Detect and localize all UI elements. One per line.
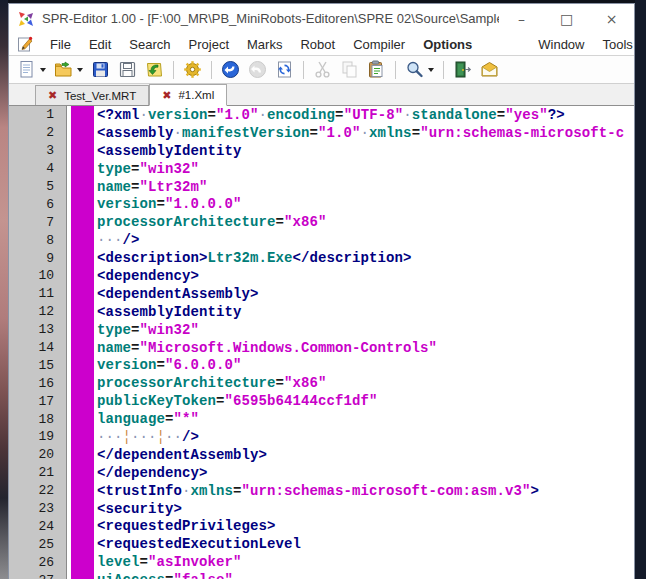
menu-help[interactable]: Help bbox=[642, 33, 646, 55]
close-button[interactable]: × bbox=[589, 4, 634, 33]
app-window: SPR-Editor 1.00 - [F:\00_MR\PB_MiniRobot… bbox=[8, 3, 635, 579]
open-file-button[interactable] bbox=[51, 58, 86, 81]
menu-file[interactable]: File bbox=[41, 33, 80, 55]
change-bar-icon bbox=[71, 517, 94, 535]
line-number: 9 bbox=[9, 249, 67, 267]
code-text[interactable]: <security> bbox=[97, 501, 182, 517]
change-bar-icon bbox=[71, 303, 94, 321]
code-line: 27uiAccess="false" bbox=[9, 571, 634, 579]
dropdown-caret-icon[interactable] bbox=[40, 68, 46, 72]
code-line: 4type="win32" bbox=[9, 160, 634, 178]
change-bar-icon bbox=[71, 553, 94, 571]
code-line: 22<trustInfo·xmlns="urn:schemas-microsof… bbox=[9, 482, 634, 500]
tab-close-icon[interactable]: ✖ bbox=[162, 89, 171, 102]
tab-test_ver.mrt[interactable]: ✖Test_Ver.MRT bbox=[35, 85, 149, 105]
compile-button[interactable] bbox=[180, 58, 205, 81]
title-bar[interactable]: SPR-Editor 1.00 - [F:\00_MR\PB_MiniRobot… bbox=[9, 4, 634, 33]
line-number: 13 bbox=[9, 321, 67, 339]
change-bar-icon bbox=[71, 410, 94, 428]
tab-close-icon[interactable]: ✖ bbox=[48, 89, 57, 102]
code-text[interactable]: processorArchitecture="x86" bbox=[97, 375, 327, 391]
change-bar-icon bbox=[71, 374, 94, 392]
tab-#1.xml[interactable]: ✖#1.Xml bbox=[149, 84, 227, 106]
line-number: 25 bbox=[9, 535, 67, 553]
code-text[interactable]: name="Microsoft.Windows.Common-Controls" bbox=[97, 340, 437, 356]
desktop-background-left bbox=[0, 0, 8, 579]
code-text[interactable]: version="6.0.0.0" bbox=[97, 357, 242, 373]
maximize-button[interactable]: □ bbox=[544, 4, 589, 33]
mail-button[interactable] bbox=[477, 58, 502, 81]
menu-search[interactable]: Search bbox=[120, 33, 179, 55]
line-number: 22 bbox=[9, 482, 67, 500]
code-text[interactable]: <assemblyIdentity bbox=[97, 143, 242, 159]
code-text[interactable]: ···/> bbox=[97, 232, 140, 248]
code-text[interactable]: <description>Ltr32m.Exe</description> bbox=[97, 250, 412, 266]
code-text[interactable]: name="Ltr32m" bbox=[97, 179, 208, 195]
menu-robot[interactable]: Robot bbox=[291, 33, 344, 55]
line-number: 23 bbox=[9, 500, 67, 518]
menu-tools[interactable]: Tools bbox=[594, 33, 642, 55]
code-text[interactable]: <requestedPrivileges> bbox=[97, 518, 276, 534]
exit-button[interactable] bbox=[450, 58, 475, 81]
line-number: 12 bbox=[9, 303, 67, 321]
code-text[interactable]: type="win32" bbox=[97, 161, 199, 177]
change-bar-icon bbox=[71, 339, 94, 357]
menu-edit[interactable]: Edit bbox=[80, 33, 120, 55]
menu-marks[interactable]: Marks bbox=[238, 33, 291, 55]
search-icon bbox=[405, 60, 424, 79]
code-text[interactable]: type="win32" bbox=[97, 322, 199, 338]
refresh-button[interactable] bbox=[272, 58, 297, 81]
code-text[interactable]: <dependentAssembly> bbox=[97, 286, 259, 302]
code-line: 2<assembly·manifestVersion="1.0"·xmlns="… bbox=[9, 124, 634, 142]
menu-compiler[interactable]: Compiler bbox=[344, 33, 414, 55]
code-text[interactable]: <trustInfo·xmlns="urn:schemas-microsoft-… bbox=[97, 483, 539, 499]
paste-button[interactable] bbox=[364, 58, 389, 81]
line-number: 3 bbox=[9, 142, 67, 160]
code-line: 6version="1.0.0.0" bbox=[9, 195, 634, 213]
save-as-button[interactable] bbox=[115, 58, 140, 81]
code-area[interactable]: 1<?xml·version="1.0"·encoding="UTF-8"·st… bbox=[9, 106, 634, 579]
code-text[interactable]: uiAccess="false" bbox=[97, 572, 233, 579]
line-number: 5 bbox=[9, 178, 67, 196]
line-number: 17 bbox=[9, 392, 67, 410]
code-text[interactable]: <requestedExecutionLevel bbox=[97, 536, 301, 552]
code-text[interactable]: <?xml·version="1.0"·encoding="UTF-8"·sta… bbox=[97, 107, 565, 123]
change-bar-icon bbox=[71, 178, 94, 196]
copy-icon bbox=[340, 60, 359, 79]
code-text[interactable]: publicKeyToken="6595b64144ccf1df" bbox=[97, 393, 378, 409]
code-text[interactable]: level="asInvoker" bbox=[97, 554, 242, 570]
undo-button[interactable] bbox=[218, 58, 243, 81]
line-number: 4 bbox=[9, 160, 67, 178]
menu-project[interactable]: Project bbox=[180, 33, 238, 55]
exit-door-icon bbox=[453, 60, 472, 79]
code-text[interactable]: language="*" bbox=[97, 411, 199, 427]
menu-window[interactable]: Window bbox=[529, 33, 593, 55]
revert-button[interactable] bbox=[142, 58, 167, 81]
code-text[interactable]: </dependency> bbox=[97, 465, 208, 481]
minimize-button[interactable]: – bbox=[499, 4, 544, 33]
save-button[interactable] bbox=[88, 58, 113, 81]
code-text[interactable]: <assemblyIdentity bbox=[97, 304, 242, 320]
new-file-button[interactable] bbox=[14, 58, 49, 81]
code-text[interactable]: version="1.0.0.0" bbox=[97, 196, 242, 212]
line-number: 20 bbox=[9, 446, 67, 464]
code-line: 14name="Microsoft.Windows.Common-Control… bbox=[9, 339, 634, 357]
toolbar bbox=[9, 56, 634, 84]
code-line: 15version="6.0.0.0" bbox=[9, 356, 634, 374]
code-text[interactable]: <dependency> bbox=[97, 268, 199, 284]
line-number: 2 bbox=[9, 124, 67, 142]
code-line: 3<assemblyIdentity bbox=[9, 142, 634, 160]
dropdown-caret-icon[interactable] bbox=[428, 68, 434, 72]
code-text[interactable]: </dependentAssembly> bbox=[97, 447, 267, 463]
search-button[interactable] bbox=[402, 58, 437, 81]
dropdown-caret-icon[interactable] bbox=[77, 68, 83, 72]
line-number: 19 bbox=[9, 428, 67, 446]
code-text[interactable]: ···¦···¦··/> bbox=[97, 429, 199, 445]
code-line: 1<?xml·version="1.0"·encoding="UTF-8"·st… bbox=[9, 106, 634, 124]
undo-icon bbox=[221, 60, 240, 79]
menu-options[interactable]: Options bbox=[414, 33, 481, 55]
refresh-icon bbox=[275, 60, 294, 79]
code-text[interactable]: <assembly·manifestVersion="1.0"·xmlns="u… bbox=[97, 125, 624, 141]
line-number: 27 bbox=[9, 571, 67, 579]
code-text[interactable]: processorArchitecture="x86" bbox=[97, 214, 327, 230]
